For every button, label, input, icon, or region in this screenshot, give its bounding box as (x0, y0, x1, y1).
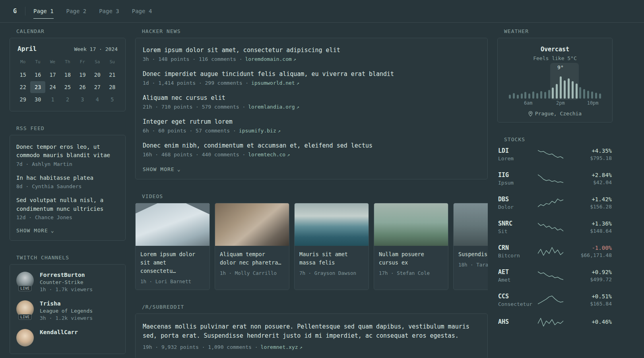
hackernews-section-title: HACKER NEWS (142, 28, 488, 34)
stock-id: LDI Lorem (498, 147, 538, 161)
stock-sparkline (538, 295, 563, 305)
rss-item: Sed volutpat nulla nisl, a condimentum n… (16, 196, 119, 220)
tab-page-3[interactable]: Page 3 (99, 0, 119, 22)
calendar-day-selected: 23 (30, 81, 45, 93)
subreddit-post-title[interactable]: Maecenas mollis pulvinar erat non posuer… (143, 322, 479, 341)
rss-show-more-label: SHOW MORE (16, 228, 48, 233)
video-meta: 18h · Tara (458, 262, 488, 268)
hn-item-title[interactable]: Integer eget rutrum lorem (143, 118, 480, 125)
rss-item-title[interactable]: Donec tempor eros leo, ut commodo mauris… (16, 143, 119, 160)
stock-values: +1.42% $156.28 (563, 196, 612, 210)
tab-page-2[interactable]: Page 2 (66, 0, 87, 22)
hn-item-domain-link[interactable]: loremtech.co ↗ (248, 152, 290, 158)
rss-item: In hac habitasse platea 8d · Cynthia Sau… (16, 174, 119, 189)
calendar-day: 24 (45, 81, 60, 93)
video-card[interactable]: Lorem ipsum dolor sit amet consectetu… 1… (135, 203, 210, 290)
rss-section: RSS FEED Donec tempor eros leo, ut commo… (10, 125, 126, 241)
right-column: WEATHER Overcast Feels like 5°C 9° 6am 2… (497, 28, 613, 341)
stock-ticker: SNRC (498, 220, 538, 227)
weather-bar (540, 91, 542, 99)
stock-row[interactable]: CCS Consectetur +0.51% $165.84 (498, 293, 612, 307)
subreddit-post-meta: 19h · 9,932 points · 1,090 comments · lo… (143, 344, 480, 350)
twitch-channel-meta: 1h · 1.7k viewers (40, 286, 93, 292)
rss-show-more-button[interactable]: SHOW MORE ⌄ (16, 228, 54, 233)
calendar-section: CALENDAR April Week 17 · 2024 Mo Tu We T… (10, 28, 126, 111)
video-card[interactable]: Nullam posuere cursus ex 17h · Stefan Co… (374, 203, 448, 290)
hn-item-meta: 21h · 710 points · 579 comments · loreml… (143, 104, 480, 110)
stock-price: $165.84 (563, 301, 612, 307)
hn-item-domain-link[interactable]: ipsumworld.net ↗ (251, 80, 299, 86)
stock-ticker: AET (498, 268, 538, 276)
weather-bar (583, 89, 585, 99)
calendar-dow: Tu (30, 56, 45, 68)
rss-item-title[interactable]: In hac habitasse platea (16, 174, 119, 182)
video-title: Nullam posuere cursus ex (379, 250, 443, 267)
hn-show-more-button[interactable]: SHOW MORE ⌄ (143, 166, 181, 172)
external-link-icon: ↗ (297, 104, 299, 110)
rss-section-title: RSS FEED (16, 125, 126, 131)
hn-item-title[interactable]: Donec imperdiet augue tincidunt felis al… (143, 70, 480, 78)
chevron-down-icon: ⌄ (177, 167, 181, 172)
stock-ticker: CCS (498, 293, 538, 300)
hackernews-section: HACKER NEWS Lorem ipsum dolor sit amet, … (135, 28, 488, 179)
weather-bar (599, 93, 601, 99)
external-link-icon: ↗ (297, 80, 299, 86)
video-meta: 1h · Molly Carrillo (220, 270, 284, 276)
stock-row[interactable]: CRN Bitcorn -1.00% $66,171.48 (498, 244, 612, 259)
twitch-channel-row[interactable]: LIVE Trisha League of Legends 3h · 1.2k … (16, 300, 119, 321)
chevron-down-icon: ⌄ (51, 228, 54, 233)
weather-peak-temp: 9° (557, 64, 564, 70)
stock-price: $795.18 (563, 155, 612, 161)
video-card[interactable]: Mauris sit amet massa felis 7h · Grayson… (294, 203, 369, 290)
twitch-avatar: LIVE (16, 300, 34, 318)
hn-item-domain-link[interactable]: loremdomain.com ↗ (245, 56, 296, 62)
avatar (16, 329, 34, 346)
stock-row[interactable]: AHS +0.46% (498, 317, 612, 327)
stock-ticker: AHS (498, 318, 538, 325)
rss-item: Donec tempor eros leo, ut commodo mauris… (16, 143, 119, 167)
calendar-day: 26 (75, 81, 90, 93)
weather-bar (524, 92, 526, 99)
hn-item-domain-link[interactable]: loremlandia.org ↗ (248, 104, 299, 110)
stock-row[interactable]: SNRC Sit +1.36% $148.64 (498, 220, 612, 234)
hn-item-title[interactable]: Lorem ipsum dolor sit amet, consectetur … (143, 47, 480, 54)
stock-ticker: CRN (498, 244, 538, 251)
twitch-channel-row[interactable]: LIVE ForrestBurton Counter-Strike 1h · 1… (16, 272, 119, 292)
hn-item-domain: loremdomain.com (245, 56, 291, 62)
middle-column: HACKER NEWS Lorem ipsum dolor sit amet, … (135, 28, 488, 358)
stock-row[interactable]: DBS Dolor +1.42% $156.28 (498, 196, 612, 210)
rss-widget: Donec tempor eros leo, ut commodo mauris… (10, 135, 126, 241)
stock-row[interactable]: IIG Ipsum +2.84% $42.04 (498, 171, 612, 186)
videos-section: VIDEOS Lorem ipsum dolor sit amet consec… (135, 193, 488, 290)
hn-item-domain: loremtech.co (248, 152, 285, 158)
weather-time-label: 6am (524, 100, 533, 106)
hn-item: Integer eget rutrum lorem 6h · 60 points… (143, 118, 480, 134)
weather-section-title: WEATHER (504, 28, 613, 34)
calendar-day-next-month: 5 (105, 93, 120, 105)
tab-page-1[interactable]: Page 1 (33, 0, 54, 22)
calendar-day: 30 (30, 93, 45, 105)
video-card[interactable]: Suspendisse diam 18h · Tara (453, 203, 488, 290)
video-card-body: Aliquam tempor dolor nec pharetra… 1h · … (215, 246, 289, 281)
video-card[interactable]: Aliquam tempor dolor nec pharetra… 1h · … (215, 203, 289, 290)
stock-row[interactable]: LDI Lorem +4.35% $795.18 (498, 147, 612, 161)
hn-item-title[interactable]: Aliquam nec cursus elit (143, 94, 480, 101)
weather-bar (544, 92, 546, 99)
twitch-channel-row[interactable]: KendallCarr (16, 329, 119, 346)
left-column: CALENDAR April Week 17 · 2024 Mo Tu We T… (10, 28, 126, 358)
video-thumbnail (374, 203, 448, 246)
rss-item-title[interactable]: Sed volutpat nulla nisl, a condimentum n… (16, 196, 119, 213)
rss-item-meta: 8d · Cynthia Saunders (16, 183, 119, 189)
subreddit-domain-link[interactable]: loremnet.xyz ↗ (261, 344, 303, 350)
hn-show-more-label: SHOW MORE (143, 166, 175, 172)
hn-item-stats: 3h · 148 points · 116 comments · (143, 56, 242, 62)
stock-row[interactable]: AET Amet +0.92% $499.72 (498, 268, 612, 283)
stock-change: +1.42% (563, 196, 612, 202)
video-meta: 17h · Stefan Cole (379, 270, 443, 276)
twitch-channel-game: League of Legends (40, 308, 93, 314)
stock-sparkline (538, 270, 563, 281)
hn-item-domain-link[interactable]: ipsumify.biz ↗ (239, 128, 281, 134)
calendar-day: 21 (105, 69, 120, 81)
hn-item-title[interactable]: Donec enim nibh, condimentum et accumsan… (143, 142, 480, 149)
tab-page-4[interactable]: Page 4 (132, 0, 152, 22)
